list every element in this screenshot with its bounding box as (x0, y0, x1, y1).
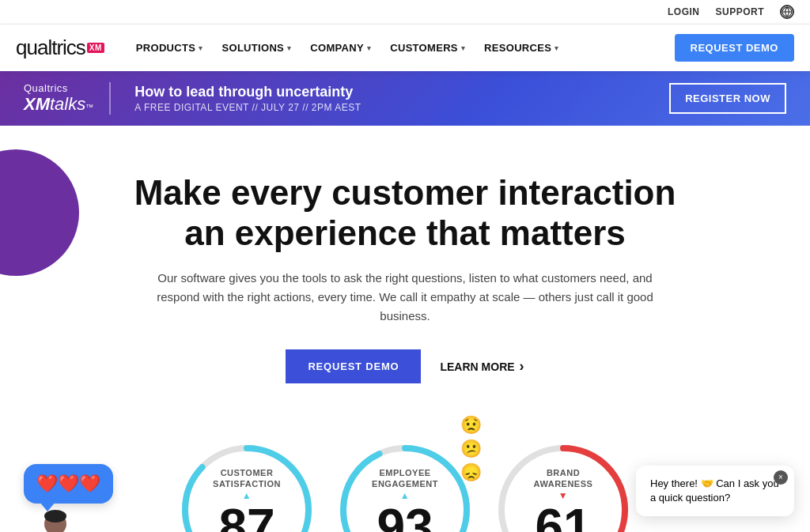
logo[interactable]: qualtricsXM (16, 36, 104, 60)
banner-tm: ™ (85, 103, 93, 111)
banner-subtitle: A FREE DIGITAL EVENT // JULY 27 // 2PM A… (134, 102, 653, 113)
hero-learn-more-button[interactable]: LEARN MORE › (440, 358, 524, 375)
main-nav: qualtricsXM PRODUCTS ▾ SOLUTIONS ▾ COMPA… (0, 25, 810, 71)
chat-bubble: ❤️❤️❤️ (24, 464, 113, 504)
chevron-down-icon: ▾ (461, 44, 465, 52)
hero-subtitle: Our software gives you the tools to ask … (152, 269, 658, 326)
register-now-button[interactable]: REGISTER NOW (669, 83, 786, 114)
nav-item-solutions[interactable]: SOLUTIONS ▾ (214, 36, 300, 60)
close-icon[interactable]: × (774, 470, 788, 485)
chevron-down-icon: ▾ (367, 44, 371, 52)
banner-content: How to lead through uncertainty A FREE D… (134, 84, 653, 113)
nav-item-company[interactable]: COMPANY ▾ (302, 36, 379, 60)
hero-title: Make every customer interaction an exper… (120, 173, 690, 253)
metric-brand-awareness: 😟 😕 😞 BRANDAWARENESS ▼ 61 (492, 439, 634, 532)
metric-employee-engagement: EMPLOYEEENGAGEMENT ▲ 93 (334, 439, 476, 532)
logo-xm: XM (87, 43, 104, 53)
svg-point-3 (44, 510, 66, 523)
hero-blob-decoration (0, 149, 79, 276)
login-link[interactable]: LOGIN (668, 6, 700, 17)
hero-content: Make every customer interaction an exper… (79, 173, 731, 383)
heart-emojis: ❤️❤️❤️ (36, 474, 100, 494)
logo-text: qualtrics (16, 36, 85, 60)
banner-talks-text: talks (50, 94, 85, 115)
sad-emoji-mid: 😕 (460, 439, 482, 459)
chevron-right-icon: › (520, 358, 524, 375)
banner-xm-talks: XMtalks™ (24, 94, 93, 115)
metric-content: BRANDAWARENESS ▼ 61 (528, 467, 599, 532)
chevron-down-icon: ▾ (199, 44, 202, 52)
chevron-down-icon: ▾ (287, 44, 291, 52)
banner-title: How to lead through uncertainty (134, 84, 653, 100)
nav-request-demo-button[interactable]: REQUEST DEMO (675, 34, 794, 62)
hero-section: Make every customer interaction an exper… (0, 126, 810, 439)
nav-item-products[interactable]: PRODUCTS ▾ (128, 36, 211, 60)
nav-item-customers[interactable]: CUSTOMERS ▾ (382, 36, 473, 60)
metric-content: CUSTOMERSATISFACTION ▲ 87 (211, 467, 282, 532)
banner-xm-text: XM (24, 94, 50, 115)
chat-popup: × Hey there! 🤝 Can I ask you a quick que… (636, 466, 794, 516)
banner-qualtrics-label: Qualtrics (24, 82, 68, 94)
metric-value-87: 87 (211, 502, 282, 532)
employee-engagement-circle: EMPLOYEEENGAGEMENT ▲ 93 (334, 439, 476, 532)
customer-satisfaction-circle: CUSTOMERSATISFACTION ▲ 87 (176, 439, 318, 532)
hero-request-demo-button[interactable]: REQUEST DEMO (286, 349, 421, 383)
sad-emoji-bot: 😞 (460, 462, 482, 483)
nav-items: PRODUCTS ▾ SOLUTIONS ▾ COMPANY ▾ CUSTOME… (128, 36, 675, 60)
brand-awareness-circle: BRANDAWARENESS ▼ 61 (492, 439, 634, 532)
metric-value-93: 93 (369, 502, 441, 532)
person-figure-left (24, 510, 87, 532)
nav-item-resources[interactable]: RESOURCES ▾ (476, 36, 566, 60)
sad-emoji-top: 😟 (460, 415, 482, 436)
chevron-down-icon: ▾ (555, 44, 558, 52)
chat-popup-text: Hey there! 🤝 Can I ask you a quick quest… (650, 477, 779, 504)
support-link[interactable]: SUPPORT (715, 6, 764, 17)
metric-content: EMPLOYEEENGAGEMENT ▲ 93 (369, 467, 441, 532)
top-utility-bar: LOGIN SUPPORT (0, 0, 810, 25)
hero-actions: REQUEST DEMO LEARN MORE › (79, 349, 731, 383)
metric-customer-satisfaction: CUSTOMERSATISFACTION ▲ 87 (176, 439, 318, 532)
metric-value-61: 61 (528, 502, 599, 532)
event-banner: Qualtrics XMtalks™ How to lead through u… (0, 71, 810, 126)
globe-icon[interactable] (780, 5, 794, 19)
left-illustration: ❤️❤️❤️ (24, 464, 113, 532)
emoji-faces: 😟 😕 😞 (460, 415, 482, 483)
banner-logo-section: Qualtrics XMtalks™ (24, 82, 111, 115)
